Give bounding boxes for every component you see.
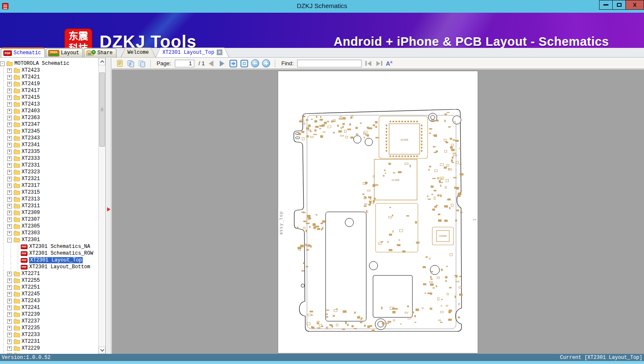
tree-expander-icon[interactable]: + — [7, 75, 12, 80]
zoom-in-button[interactable] — [262, 59, 271, 68]
tree-expander-icon[interactable]: + — [7, 136, 12, 141]
tree-expander-icon[interactable]: + — [7, 204, 12, 208]
tree-item-xt2243[interactable]: +XT2243 — [0, 297, 98, 304]
tree-expander-icon[interactable]: + — [7, 143, 12, 147]
tree-item-xt2403[interactable]: +XT2403 — [0, 108, 98, 114]
scroll-down-button[interactable] — [99, 347, 105, 354]
tree-expander-icon[interactable]: + — [7, 156, 12, 161]
next-page-button[interactable] — [218, 59, 227, 68]
tree-item-xt2245[interactable]: +XT2245 — [0, 291, 98, 297]
tree-item-xt2239[interactable]: +XT2239 — [0, 311, 98, 318]
tree-expander-icon[interactable]: + — [7, 217, 12, 222]
tree-item-xt2415[interactable]: +XT2415 — [0, 94, 98, 101]
tree-item-xt2335[interactable]: +XT2335 — [0, 148, 98, 155]
tree-item-xt2323[interactable]: +XT2323 — [0, 169, 98, 175]
tree-expander-icon[interactable]: + — [7, 312, 12, 317]
zoom-out-button[interactable] — [251, 59, 260, 68]
tree-expander-icon[interactable]: + — [7, 224, 12, 229]
tree-item-xt2301-schematics-na[interactable]: PDFXT2301 Schematics_NA — [0, 243, 98, 250]
tree-expander-icon[interactable]: + — [7, 292, 12, 297]
tree-item-motorola-schematic[interactable]: -MOTOROLA Schematic — [0, 60, 98, 67]
tree-expander-icon[interactable]: + — [7, 170, 12, 175]
copy-region-button[interactable] — [137, 59, 146, 68]
tree-expander-icon[interactable]: + — [7, 95, 12, 100]
page-number-input[interactable] — [175, 60, 194, 67]
tree-expander-icon[interactable]: + — [7, 319, 12, 324]
tree-item-xt2301-layout-top[interactable]: PDFXT2301 Layout_Top — [0, 257, 98, 264]
scroll-up-button[interactable] — [99, 58, 105, 65]
doc-tab-xt2301-layout-top[interactable]: XT2301 Layout_Top × — [155, 47, 229, 57]
tree-item-xt2311[interactable]: +XT2311 — [0, 203, 98, 209]
tree-expander-icon[interactable]: + — [7, 129, 12, 134]
panel-splitter[interactable] — [106, 58, 111, 354]
tree-item-xt2341[interactable]: +XT2341 — [0, 142, 98, 148]
tree-expander-icon[interactable]: + — [7, 109, 12, 114]
tree-expander-icon[interactable]: + — [7, 82, 12, 86]
tree-expander-icon[interactable]: + — [7, 163, 12, 168]
tree-item-xt2331[interactable]: +XT2331 — [0, 162, 98, 169]
tree-expander-icon[interactable]: - — [7, 238, 12, 242]
tree-expander-icon[interactable]: - — [0, 61, 5, 66]
find-next-button[interactable] — [375, 59, 384, 68]
tree-expander-icon[interactable]: + — [7, 231, 12, 236]
tree-item-xt2233[interactable]: +XT2233 — [0, 331, 98, 338]
find-input[interactable] — [297, 60, 362, 67]
tree-expander-icon[interactable]: + — [7, 177, 12, 181]
previous-page-button[interactable] — [207, 59, 216, 68]
close-tab-icon[interactable]: × — [217, 50, 222, 55]
tree-item-xt2307[interactable]: +XT2307 — [0, 216, 98, 223]
tree-item-xt2417[interactable]: +XT2417 — [0, 87, 98, 94]
tree-expander-icon[interactable]: + — [7, 339, 12, 344]
minimize-button[interactable] — [599, 0, 612, 10]
tree-item-xt2229[interactable]: +XT2229 — [0, 345, 98, 352]
tree-expander-icon[interactable]: + — [7, 278, 12, 283]
tree-item-xt2237[interactable]: +XT2237 — [0, 318, 98, 325]
tree-item-xt2251[interactable]: +XT2251 — [0, 284, 98, 291]
doc-tab-welcome[interactable]: Welcome — [121, 47, 155, 57]
tree-expander-icon[interactable]: + — [7, 272, 12, 276]
tree-item-xt2413[interactable]: +XT2413 — [0, 101, 98, 108]
tree-expander-icon[interactable]: + — [7, 116, 12, 120]
tree-expander-icon[interactable]: + — [7, 68, 12, 73]
tab-share[interactable]: + Share — [84, 48, 116, 57]
tree-item-xt2321[interactable]: +XT2321 — [0, 175, 98, 182]
tab-layout[interactable]: PADS Layout — [46, 48, 83, 57]
tree-expander-icon[interactable]: + — [7, 122, 12, 127]
tree-item-xt2363[interactable]: +XT2363 — [0, 114, 98, 121]
snapshot-button[interactable] — [115, 59, 124, 68]
tree-expander-icon[interactable]: + — [7, 306, 12, 310]
tree-expander-icon[interactable]: + — [7, 190, 12, 195]
tree-item-xt2313[interactable]: +XT2313 — [0, 196, 98, 203]
tree-expander-icon[interactable]: + — [7, 197, 12, 202]
tree-item-xt2301-schematics-row[interactable]: PDFXT2301 Schematics_ROW — [0, 250, 98, 257]
tree-item-xt2303[interactable]: +XT2303 — [0, 230, 98, 236]
tree-expander-icon[interactable]: + — [7, 150, 12, 154]
tree-item-xt2255[interactable]: +XT2255 — [0, 277, 98, 284]
tree-item-xt2315[interactable]: +XT2315 — [0, 189, 98, 196]
tree-expander-icon[interactable]: + — [7, 211, 12, 215]
tree-expander-icon[interactable]: + — [7, 89, 12, 93]
tree-expander-icon[interactable]: + — [7, 333, 12, 337]
tree-expander-icon[interactable]: + — [7, 299, 12, 303]
tree-item-xt2305[interactable]: +XT2305 — [0, 223, 98, 230]
collapse-panel-arrow-icon[interactable] — [107, 207, 111, 211]
tree-item-xt2231[interactable]: +XT2231 — [0, 338, 98, 345]
maximize-button[interactable] — [612, 0, 625, 10]
match-case-icon[interactable]: Aa — [386, 60, 392, 67]
fit-page-button[interactable] — [240, 59, 249, 68]
tree-item-xt2241[interactable]: +XT2241 — [0, 304, 98, 311]
tree-expander-icon[interactable]: + — [7, 346, 12, 351]
tree-item-xt2423[interactable]: +XT2423 — [0, 67, 98, 74]
tree-item-xt2345[interactable]: +XT2345 — [0, 128, 98, 135]
tree-item-xt2235[interactable]: +XT2235 — [0, 325, 98, 331]
tree-item-xt2419[interactable]: +XT2419 — [0, 81, 98, 87]
tree-item-xt2271[interactable]: +XT2271 — [0, 270, 98, 277]
tree-item-xt2333[interactable]: +XT2333 — [0, 155, 98, 162]
tree-item-xt2347[interactable]: +XT2347 — [0, 121, 98, 128]
tree-item-xt2317[interactable]: +XT2317 — [0, 182, 98, 189]
tree-item-xt2301-layout-bottom[interactable]: PDFXT2301 Layout_Bottom — [0, 264, 98, 270]
tab-schematic[interactable]: PDF Schematic — [1, 47, 45, 57]
tree-expander-icon[interactable]: + — [7, 326, 12, 331]
tree-expander-icon[interactable]: + — [7, 102, 12, 107]
tree-item-xt2343[interactable]: +XT2343 — [0, 135, 98, 142]
